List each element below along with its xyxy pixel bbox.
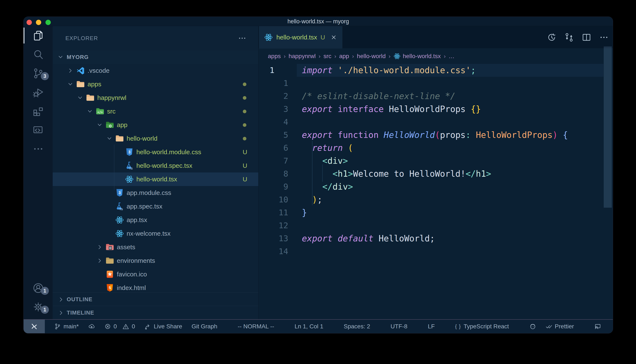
tree-item-environments[interactable]: environments <box>53 254 258 268</box>
svg-text:3: 3 <box>128 150 130 154</box>
status-copilot[interactable] <box>529 323 536 330</box>
breadcrumb-item[interactable]: hello-world <box>357 53 385 60</box>
tree-item-label: app.module.css <box>127 186 171 200</box>
tree-item-src[interactable]: </>src <box>53 104 258 118</box>
code-line-12: 11} <box>259 206 613 219</box>
code-line-2: 1 <box>259 77 613 90</box>
activity-accounts[interactable]: 1 <box>24 278 53 298</box>
tree-item-label: hello-world <box>127 132 157 145</box>
chevron-right-icon <box>58 310 64 317</box>
chevron-right-icon <box>58 296 64 304</box>
status-label: LF <box>428 323 435 330</box>
chevron-down-icon <box>67 81 74 88</box>
tree-item-assets[interactable]: assets <box>53 240 258 254</box>
activity-more[interactable] <box>24 139 53 158</box>
tree-item-favicon-ico[interactable]: favicon.ico <box>53 268 258 281</box>
breadcrumb-item[interactable]: happynrwl <box>289 53 316 60</box>
breadcrumb-separator: › <box>444 53 446 60</box>
status-sync[interactable] <box>88 323 95 330</box>
activity-settings[interactable]: 1 <box>24 298 53 316</box>
tree-item-apps[interactable]: apps <box>53 78 258 91</box>
tree-item-hello-world-module-css[interactable]: 3hello-world.module.cssU <box>53 145 258 159</box>
react-icon <box>264 33 273 42</box>
svg-text:</>: </> <box>98 110 103 114</box>
breadcrumb-item[interactable]: hello-world.tsx <box>403 53 441 60</box>
line-number: 8 <box>259 167 288 180</box>
svg-text:TS: TS <box>119 208 123 211</box>
workspace-root-row[interactable]: MYORG <box>53 50 258 64</box>
line-number: 6 <box>259 142 288 154</box>
status-live-share[interactable]: Live Share <box>144 323 182 330</box>
react-icon <box>115 229 124 238</box>
section-label: OUTLINE <box>67 293 92 306</box>
tree-item-label: assets <box>117 240 135 254</box>
person-screen-icon <box>594 323 601 330</box>
compare-changes-icon[interactable] <box>564 33 574 42</box>
status-git-branch[interactable]: main* <box>54 323 79 330</box>
debug-icon <box>33 87 44 98</box>
section-timeline[interactable]: TIMELINE <box>53 306 258 319</box>
status-indentation[interactable]: Spaces: 2 <box>344 323 370 330</box>
code-line-5: 4 <box>259 116 613 128</box>
branch-icon <box>54 323 61 330</box>
status-label: Ln 1, Col 1 <box>295 323 323 330</box>
tree-item-nx-welcome-tsx[interactable]: nx-welcome.tsx <box>53 227 258 240</box>
remote-indicator[interactable] <box>24 320 45 333</box>
activity-run-debug[interactable] <box>24 83 53 102</box>
activity-extensions[interactable] <box>24 102 53 120</box>
tree-item-app-spec-tsx[interactable]: TSapp.spec.tsx <box>53 200 258 213</box>
tree-item--vscode[interactable]: .vscode <box>53 64 258 78</box>
line-number: 7 <box>259 154 288 167</box>
status-eol[interactable]: LF <box>428 323 435 330</box>
sidebar-title: EXPLORER <box>65 26 98 50</box>
status-feedback[interactable] <box>594 323 601 330</box>
editor-scrollbar[interactable] <box>604 46 612 208</box>
status-git-graph[interactable]: Git Graph <box>192 323 217 330</box>
indent-guide <box>312 141 312 205</box>
tree-indent-guide <box>114 144 114 190</box>
activity-remote-explorer[interactable] <box>24 120 53 139</box>
status-prettier[interactable]: Prettier <box>545 323 574 330</box>
activity-badge: 1 <box>41 306 49 314</box>
tab-hello-world-tsx[interactable]: hello-world.tsx U <box>259 26 343 48</box>
history-icon[interactable] <box>547 33 556 42</box>
status-problems[interactable]: 00 <box>104 323 135 330</box>
breadcrumb-item[interactable]: apps <box>268 53 281 60</box>
tree-item-app-module-css[interactable]: 3app.module.css <box>53 186 258 200</box>
line-number: 5 <box>259 128 288 142</box>
section-outline[interactable]: OUTLINE <box>53 292 258 306</box>
tree-item-label: apps <box>88 78 101 91</box>
activity-search[interactable] <box>24 45 53 64</box>
tree-item-app-tsx[interactable]: app.tsx <box>53 213 258 227</box>
activity-explorer[interactable] <box>24 26 53 45</box>
split-editor-icon[interactable] <box>582 33 591 42</box>
status-vim-mode[interactable]: -- NORMAL -- <box>238 323 274 330</box>
status-encoding[interactable]: UTF-8 <box>391 323 407 330</box>
editor-group: hello-world.tsx U apps›happynrwl›src›app… <box>259 26 613 319</box>
vscode-icon <box>76 66 85 75</box>
close-icon[interactable] <box>331 34 337 40</box>
status-language-mode[interactable]: { }TypeScript React <box>455 323 509 330</box>
breadcrumb-item[interactable]: src <box>324 53 331 60</box>
chevron-right-icon <box>96 258 103 265</box>
explorer-more-actions-icon[interactable] <box>238 26 246 50</box>
folder-app-icon <box>105 120 114 130</box>
activity-source-control[interactable]: 3 <box>24 64 53 83</box>
line-number: 9 <box>259 180 288 193</box>
ellipsis-icon[interactable] <box>599 33 609 42</box>
code-editor[interactable]: 1import './hello-world.module.css';12/* … <box>259 64 613 319</box>
breadcrumb-item[interactable]: … <box>449 53 455 60</box>
react-icon <box>115 216 124 224</box>
status-cursor-position[interactable]: Ln 1, Col 1 <box>295 323 323 330</box>
tree-item-app[interactable]: app <box>53 118 258 132</box>
breadcrumb-item[interactable]: app <box>339 53 349 60</box>
folder-src-icon: </> <box>96 107 105 116</box>
tree-item-hello-world[interactable]: hello-world <box>53 132 258 145</box>
tree-item-happynrwl[interactable]: happynrwl <box>53 91 258 104</box>
tree-item-label: nx-welcome.tsx <box>127 227 171 240</box>
tree-item-hello-world-spec-tsx[interactable]: TShello-world.spec.tsxU <box>53 159 258 172</box>
code-text: /* eslint-disable-next-line */ <box>302 90 455 103</box>
tree-item-hello-world-tsx[interactable]: hello-world.tsxU <box>53 172 258 186</box>
svg-text:5: 5 <box>109 286 111 290</box>
tree-item-label: .vscode <box>88 64 109 78</box>
